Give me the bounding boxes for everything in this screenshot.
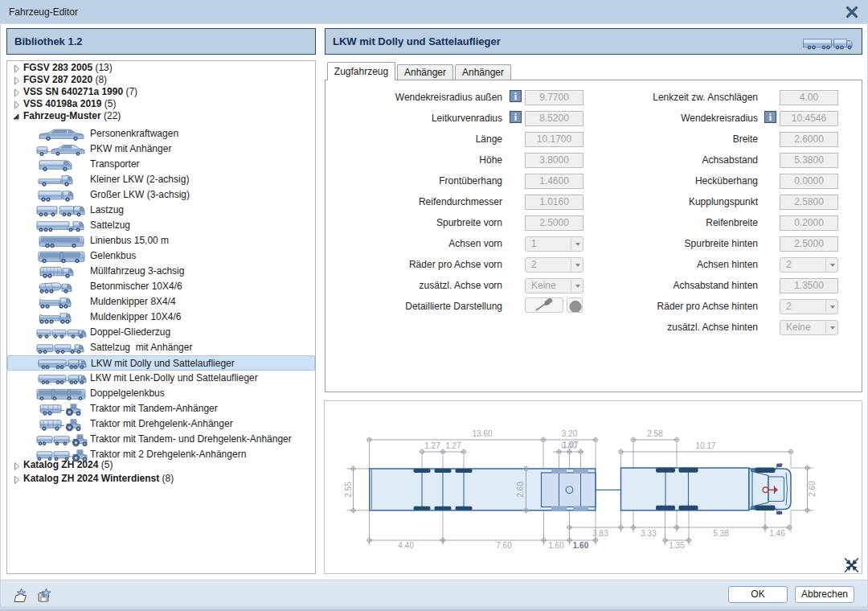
svg-text:1.35: 1.35 xyxy=(669,541,685,550)
svg-text:2.60: 2.60 xyxy=(808,481,817,497)
svg-text:4.40: 4.40 xyxy=(398,541,414,550)
svg-text:2.55: 2.55 xyxy=(344,482,353,498)
svg-text:0.80: 0.80 xyxy=(561,441,577,450)
svg-text:3.83: 3.83 xyxy=(592,529,608,538)
svg-text:10.17: 10.17 xyxy=(695,441,715,450)
svg-text:1.60: 1.60 xyxy=(573,541,589,550)
svg-text:2.58: 2.58 xyxy=(647,429,663,438)
svg-text:5.38: 5.38 xyxy=(713,529,729,538)
svg-text:13.60: 13.60 xyxy=(472,429,492,438)
svg-text:3.20: 3.20 xyxy=(562,429,578,438)
svg-text:7.60: 7.60 xyxy=(496,541,512,550)
svg-text:1.27: 1.27 xyxy=(445,441,461,450)
svg-text:2.60: 2.60 xyxy=(516,482,525,498)
svg-text:1.46: 1.46 xyxy=(769,529,785,538)
svg-text:1.27: 1.27 xyxy=(424,441,440,450)
svg-text:1.60: 1.60 xyxy=(548,541,564,550)
svg-text:3.33: 3.33 xyxy=(641,529,657,538)
